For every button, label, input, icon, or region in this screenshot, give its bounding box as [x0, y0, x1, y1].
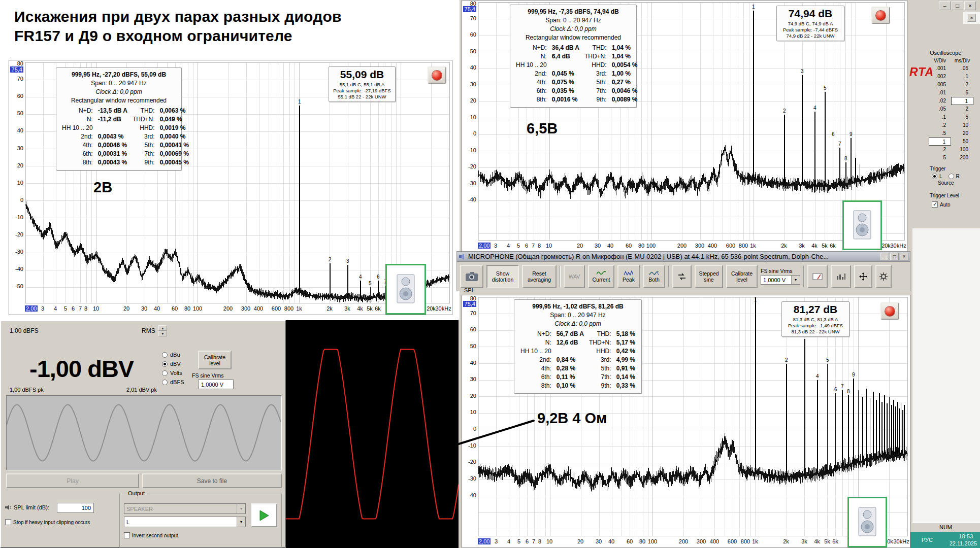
x-axis-tick: 8 [538, 243, 541, 249]
spl-limit-input[interactable]: 100 [57, 503, 94, 513]
both-button[interactable]: Both [643, 265, 665, 288]
x-axis-tick: 60 [626, 243, 632, 249]
x-axis-tick: 2,00 [25, 305, 38, 312]
distortion-label: 2nd: [513, 70, 549, 78]
x-axis-tick: 7 [79, 305, 82, 312]
msdiv-option[interactable]: .5 [951, 89, 973, 97]
distortion-value: 0,28 % [554, 364, 586, 373]
pan-button[interactable] [854, 265, 872, 288]
speaker-glyph [395, 273, 417, 305]
distortion-value: 0,27 % [609, 78, 640, 87]
minimize-button[interactable]: – [939, 1, 951, 10]
meter-display-button[interactable] [807, 265, 828, 288]
calibrate-level-button[interactable]: Calibrate level [198, 351, 232, 369]
record-button[interactable] [428, 66, 446, 84]
both-curves-icon [649, 270, 659, 276]
trigger-left-radio[interactable] [932, 174, 937, 179]
x-axis-tick: 400 [710, 538, 719, 544]
vdiv-option[interactable]: .005 [929, 81, 951, 89]
distortion-label: N+D: [59, 107, 95, 115]
stop-clipping-checkbox[interactable]: Stop if heavy input clipping occurs [5, 519, 90, 525]
mic-window-titlebar[interactable]: MICROPHONE (Общая громкость) R on Микроф… [456, 251, 910, 262]
unit-radio-dBV[interactable]: dBV [162, 361, 184, 367]
vdiv-option[interactable]: 1 [929, 138, 951, 146]
spin-up-button[interactable]: ▲ [158, 325, 167, 331]
speaker-icon[interactable] [842, 200, 882, 250]
distortion-label: N: [513, 52, 549, 61]
peak-button[interactable]: Peak [617, 265, 640, 288]
maximize-button[interactable]: □ [952, 1, 963, 10]
msdiv-option[interactable]: .1 [951, 73, 973, 81]
trigger-auto-checkbox[interactable]: Auto [932, 201, 978, 208]
snapshot-button[interactable] [460, 265, 483, 288]
distortion-label: 3rd: [582, 70, 609, 78]
unit-radio-dBFS[interactable]: dBFS [162, 379, 184, 385]
vdiv-option[interactable]: .5 [929, 129, 951, 138]
msdiv-option[interactable]: 20 [951, 129, 973, 138]
msdiv-option[interactable]: .05 [951, 64, 973, 73]
unit-radio-dBu[interactable]: dBu [162, 352, 184, 358]
x-axis-tick: 40 [154, 305, 160, 312]
show-distortion-button[interactable]: Show distortion [486, 265, 519, 288]
close-button[interactable]: × [900, 253, 908, 260]
msdiv-option[interactable]: 2 [951, 105, 973, 113]
distortion-label: 7th: [130, 150, 157, 158]
msdiv-option[interactable]: 200 [951, 154, 973, 162]
vdiv-option[interactable]: .02 [929, 97, 951, 105]
spectrum-plot: 123456789 999,95 Hz, -1,02 dBFS, 81,26 d… [478, 297, 908, 536]
vdiv-option[interactable]: .001 [929, 64, 951, 73]
save-to-file-button[interactable]: Save to file [142, 473, 282, 488]
distortion-label: 3rd: [130, 132, 157, 141]
msdiv-option[interactable]: 100 [951, 146, 973, 154]
loop-button[interactable] [672, 265, 692, 288]
x-axis-tick: 5 [517, 243, 520, 249]
language-indicator[interactable]: РУС [922, 537, 933, 543]
wav-button[interactable]: WAV [564, 265, 585, 288]
vdiv-option[interactable]: .002 [929, 73, 951, 81]
fs-sine-combo[interactable]: 1,0000 V▾ [761, 275, 800, 285]
auto-label: Auto [940, 202, 951, 208]
close-button[interactable]: × [967, 14, 976, 22]
vdiv-option[interactable]: 2 [929, 146, 951, 154]
maximize-button[interactable]: □ [890, 253, 899, 260]
msdiv-option[interactable]: 1 [951, 97, 973, 105]
vdiv-option[interactable]: 5 [929, 154, 951, 162]
record-button[interactable] [871, 7, 890, 24]
x-axis-tick: 400 [708, 243, 717, 249]
x-axis-tick: 7 [532, 243, 535, 249]
fs-sine-input[interactable]: 1,0000 V [198, 380, 234, 389]
measurement-header: 999,95 Hz, -1,02 dBFS, 81,26 dB [517, 302, 638, 311]
x-axis-tick: 60 [627, 538, 633, 544]
minimize-button[interactable]: – [880, 253, 889, 260]
current-button[interactable]: Current [588, 265, 614, 288]
record-button[interactable] [880, 302, 899, 320]
unit-radio-Volts[interactable]: Volts [162, 370, 184, 376]
msdiv-option[interactable]: 5 [951, 113, 973, 121]
close-button[interactable]: × [964, 1, 976, 10]
spin-down-button[interactable]: ▼ [158, 331, 167, 336]
vdiv-option[interactable]: .05 [929, 105, 951, 113]
msdiv-option[interactable]: 10 [951, 121, 973, 129]
msdiv-option[interactable]: 50 [951, 138, 973, 146]
stepped-sine-button[interactable]: Stepped sine [695, 265, 723, 288]
spectrum-window-2v: 8075,4706050403020100-10-20-30-40-50 123… [9, 60, 452, 315]
bars-display-button[interactable] [831, 265, 851, 288]
output-device-select[interactable]: SPEAKER▾ [124, 503, 246, 514]
invert-output-checkbox[interactable]: Invert second output [124, 532, 178, 538]
span-line: Span: 0 .. 20 947 Hz [513, 16, 633, 25]
calibrate-level-button[interactable]: Calibrate level [726, 265, 758, 288]
trigger-right-radio[interactable] [949, 174, 954, 179]
settings-button[interactable] [875, 265, 892, 288]
vdiv-option[interactable]: .01 [929, 89, 951, 97]
vdiv-option[interactable]: .1 [929, 113, 951, 121]
speaker-icon[interactable] [385, 264, 426, 315]
play-button[interactable]: Play [6, 473, 139, 488]
reset-averaging-button[interactable]: Reset averaging [522, 265, 557, 288]
output-channel-select[interactable]: L▾ [124, 517, 246, 527]
distortion-value: 36,4 dB A [549, 44, 582, 52]
vdiv-option[interactable]: .2 [929, 121, 951, 129]
output-start-button[interactable] [251, 503, 277, 527]
msdiv-option[interactable]: .2 [951, 81, 973, 89]
screen-window-buttons: – □ × [939, 1, 976, 10]
speaker-icon[interactable] [847, 497, 887, 547]
